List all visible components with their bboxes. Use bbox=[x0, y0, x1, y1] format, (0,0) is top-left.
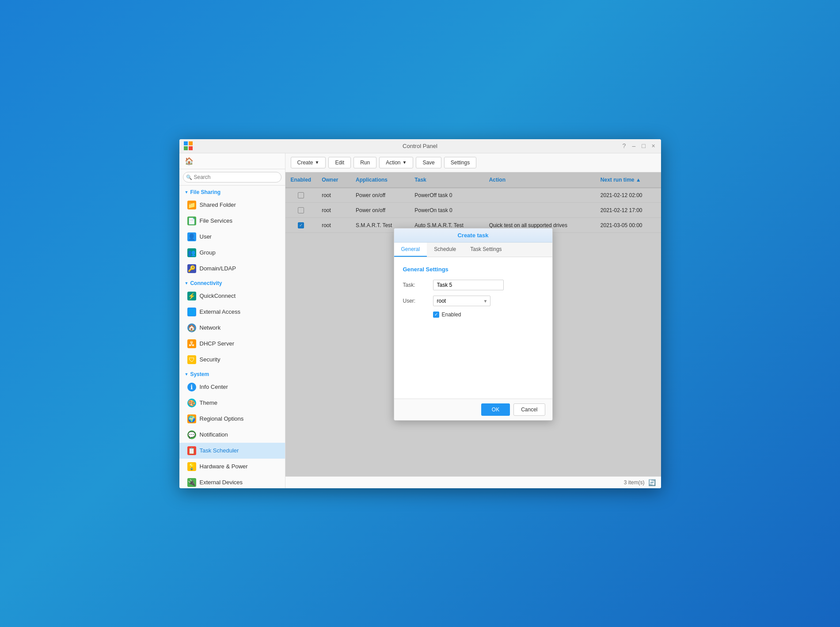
tab-schedule[interactable]: Schedule bbox=[427, 243, 463, 257]
sidebar-item-dhcp-server[interactable]: 🖧 DHCP Server bbox=[179, 336, 285, 352]
theme-icon: 🎨 bbox=[187, 399, 196, 407]
shared-folder-icon: 📁 bbox=[187, 201, 196, 209]
user-select-wrap: root ▼ bbox=[433, 296, 490, 306]
titlebar: Control Panel ? – □ × bbox=[179, 139, 661, 153]
chevron-icon-3: ▼ bbox=[185, 372, 189, 376]
tab-task-settings[interactable]: Task Settings bbox=[463, 243, 509, 257]
sidebar-item-quickconnect[interactable]: ⚡ QuickConnect bbox=[179, 288, 285, 304]
sidebar: 🏠 🔍 ▼ File Sharing 📁 Shared Folder 📄 Fil… bbox=[179, 153, 285, 488]
modal-ok-button[interactable]: OK bbox=[481, 403, 510, 416]
run-label: Run bbox=[360, 160, 370, 166]
svg-rect-0 bbox=[184, 141, 188, 145]
sidebar-item-hardware-power[interactable]: 💡 Hardware & Power bbox=[179, 459, 285, 475]
maximize-button[interactable]: □ bbox=[640, 142, 648, 150]
sidebar-label-user: User bbox=[200, 233, 212, 240]
search-icon: 🔍 bbox=[186, 174, 192, 180]
table-wrapper: Enabled Owner Applications Task bbox=[285, 172, 661, 476]
sidebar-item-group[interactable]: 👥 Group bbox=[179, 245, 285, 261]
user-select[interactable]: root bbox=[433, 296, 490, 306]
sidebar-item-file-services[interactable]: 📄 File Services bbox=[179, 213, 285, 229]
sidebar-item-security[interactable]: 🛡 Security bbox=[179, 352, 285, 368]
section-header-file-sharing[interactable]: ▼ File Sharing bbox=[179, 186, 285, 197]
close-button[interactable]: × bbox=[650, 142, 658, 150]
network-icon: 🏠 bbox=[187, 323, 196, 332]
task-input[interactable] bbox=[433, 280, 504, 290]
run-button[interactable]: Run bbox=[353, 157, 376, 168]
section-label-connectivity: Connectivity bbox=[190, 280, 222, 286]
create-dropdown-arrow: ▼ bbox=[315, 160, 319, 165]
notification-icon: 💬 bbox=[187, 430, 196, 439]
minimize-button[interactable]: – bbox=[630, 142, 638, 150]
app-logo bbox=[184, 141, 193, 150]
modal-footer: OK Cancel bbox=[394, 399, 552, 420]
sidebar-item-shared-folder[interactable]: 📁 Shared Folder bbox=[179, 197, 285, 213]
sidebar-home[interactable]: 🏠 bbox=[179, 153, 285, 169]
tab-general[interactable]: General bbox=[394, 243, 427, 257]
dhcp-icon: 🖧 bbox=[187, 339, 196, 348]
items-count: 3 item(s) bbox=[624, 479, 645, 486]
edit-button[interactable]: Edit bbox=[328, 157, 351, 168]
save-label: Save bbox=[422, 160, 434, 166]
external-access-icon: 🌐 bbox=[187, 308, 196, 316]
user-label: User: bbox=[403, 298, 430, 304]
sidebar-item-network[interactable]: 🏠 Network bbox=[179, 320, 285, 336]
enabled-checkbox[interactable]: ✓ bbox=[433, 312, 439, 318]
sidebar-label-info-center: Info Center bbox=[200, 384, 228, 390]
edit-label: Edit bbox=[335, 160, 344, 166]
home-icon: 🏠 bbox=[185, 157, 194, 165]
form-row-enabled: ✓ Enabled bbox=[433, 312, 544, 318]
main-window: Control Panel ? – □ × 🏠 🔍 ▼ File Shari bbox=[179, 139, 661, 488]
hardware-power-icon: 💡 bbox=[187, 462, 196, 471]
refresh-icon[interactable]: 🔄 bbox=[648, 479, 656, 486]
info-center-icon: ℹ bbox=[187, 383, 196, 391]
sidebar-search-container: 🔍 bbox=[179, 169, 285, 186]
action-label: Action bbox=[386, 160, 400, 166]
sidebar-label-security: Security bbox=[200, 356, 220, 363]
save-button[interactable]: Save bbox=[416, 157, 441, 168]
modal-body: General Settings Task: User: root bbox=[394, 257, 552, 399]
sidebar-label-external-devices: External Devices bbox=[200, 479, 243, 486]
tab-schedule-label: Schedule bbox=[434, 246, 456, 252]
sidebar-item-regional-options[interactable]: 🌍 Regional Options bbox=[179, 411, 285, 427]
toolbar: Create ▼ Edit Run Action ▼ Save Settings bbox=[285, 153, 661, 172]
regional-icon: 🌍 bbox=[187, 414, 196, 423]
sidebar-item-external-devices[interactable]: 🔌 External Devices bbox=[179, 475, 285, 488]
user-icon: 👤 bbox=[187, 232, 196, 241]
section-label-system: System bbox=[190, 371, 209, 377]
modal-cancel-button[interactable]: Cancel bbox=[513, 403, 545, 416]
sidebar-item-notification[interactable]: 💬 Notification bbox=[179, 427, 285, 443]
action-button[interactable]: Action ▼ bbox=[379, 157, 413, 168]
sidebar-label-dhcp: DHCP Server bbox=[200, 340, 235, 347]
section-header-system[interactable]: ▼ System bbox=[179, 368, 285, 379]
form-row-user: User: root ▼ bbox=[403, 296, 544, 306]
tab-task-settings-label: Task Settings bbox=[470, 246, 502, 252]
sidebar-item-domain-ldap[interactable]: 🔑 Domain/LDAP bbox=[179, 261, 285, 277]
domain-ldap-icon: 🔑 bbox=[187, 264, 196, 273]
settings-label: Settings bbox=[451, 160, 470, 166]
svg-rect-2 bbox=[184, 146, 188, 150]
help-button[interactable]: ? bbox=[620, 142, 628, 150]
window-controls: ? – □ × bbox=[620, 142, 658, 150]
sidebar-item-user[interactable]: 👤 User bbox=[179, 229, 285, 245]
external-devices-icon: 🔌 bbox=[187, 478, 196, 487]
create-label: Create bbox=[297, 160, 313, 166]
sidebar-item-theme[interactable]: 🎨 Theme bbox=[179, 395, 285, 411]
settings-button[interactable]: Settings bbox=[444, 157, 476, 168]
create-button[interactable]: Create ▼ bbox=[291, 157, 326, 168]
sidebar-item-external-access[interactable]: 🌐 External Access bbox=[179, 304, 285, 320]
create-task-modal: Create task General Schedule Task Settin… bbox=[394, 228, 553, 421]
main-content: 🏠 🔍 ▼ File Sharing 📁 Shared Folder 📄 Fil… bbox=[179, 153, 661, 488]
sidebar-item-task-scheduler[interactable]: 📋 Task Scheduler bbox=[179, 443, 285, 459]
sidebar-label-domain-ldap: Domain/LDAP bbox=[200, 265, 236, 272]
file-services-icon: 📄 bbox=[187, 217, 196, 225]
search-input[interactable] bbox=[183, 172, 281, 182]
modal-tabs: General Schedule Task Settings bbox=[394, 243, 552, 257]
sidebar-label-regional: Regional Options bbox=[200, 415, 244, 422]
modal-title: Create task bbox=[394, 228, 552, 243]
section-header-connectivity[interactable]: ▼ Connectivity bbox=[179, 277, 285, 288]
chevron-icon-2: ▼ bbox=[185, 281, 189, 285]
group-icon: 👥 bbox=[187, 248, 196, 257]
sidebar-item-info-center[interactable]: ℹ Info Center bbox=[179, 379, 285, 395]
content-area: Create ▼ Edit Run Action ▼ Save Settings bbox=[285, 153, 661, 488]
form-row-task: Task: bbox=[403, 280, 544, 290]
